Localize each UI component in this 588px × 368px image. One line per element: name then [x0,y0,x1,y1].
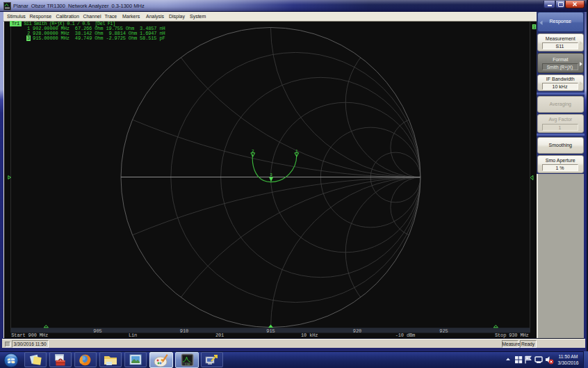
svg-text:1: 1 [295,149,298,154]
svg-text:905: 905 [93,328,102,334]
svg-text:920: 920 [353,328,362,334]
svg-text:3: 3 [270,173,272,177]
svg-text:915: 915 [266,328,275,334]
svg-text:2: 2 [252,149,254,154]
svg-text:910: 910 [180,328,189,334]
svg-text:1: 1 [533,25,536,30]
svg-text:925: 925 [439,328,448,334]
svg-text:1 10: 1 10 [185,362,190,365]
